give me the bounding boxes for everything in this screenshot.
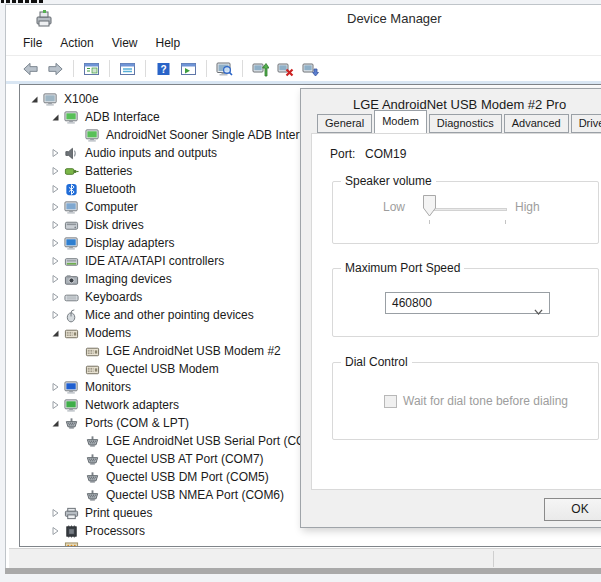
tree-item-label: Quectel USB Modem [106,362,219,376]
update-driver-icon[interactable] [251,60,270,78]
tree-item-label: Ports (COM & LPT) [85,416,189,430]
expand-arrow-icon[interactable] [50,165,64,177]
menu-help[interactable]: Help [147,32,190,55]
ide-icon [64,254,80,269]
expand-arrow-icon[interactable] [50,147,64,159]
toolbar: ?> [6,56,601,81]
dial-control-group: Dial Control Wait for dial tone before d… [332,362,599,440]
wait-for-dial-tone-checkbox[interactable] [384,395,397,408]
tree-item-label: Keyboards [85,290,142,304]
tree-spacer [71,435,85,447]
slider-tick [505,220,506,224]
port-icon [64,416,80,431]
expand-arrow-icon[interactable] [50,291,64,303]
tab-advanced[interactable]: Advanced [504,114,569,133]
computer-blue-icon [64,200,80,215]
menu-view[interactable]: View [103,32,147,55]
tree-item-label: Print queues [85,506,152,520]
tree-item-label: Network adapters [85,398,179,412]
modem-properties-dialog: LGE AndroidNet USB Modem #2 Pro GeneralM… [300,88,601,528]
tree-spacer [71,489,85,501]
tree-item-label: Modems [85,326,131,340]
menu-action[interactable]: Action [51,32,102,55]
tab-diagnostics[interactable]: Diagnostics [429,114,502,133]
uninstall-icon[interactable] [276,60,295,78]
disable-icon[interactable] [301,60,320,78]
svg-text:?: ? [160,64,166,75]
tree-item-label: Imaging devices [85,272,172,286]
tree-item-label: ADB Interface [85,110,160,124]
port-icon [85,470,101,485]
expand-arrow-icon[interactable] [50,273,64,285]
adb-icon [64,110,80,125]
tree-item-label: Audio inputs and outputs [85,146,217,160]
action-pane-icon[interactable] [179,60,198,78]
expand-arrow-icon[interactable] [50,201,64,213]
scan-hardware-changes-icon[interactable]: > [215,60,234,78]
tree-item-label: AndroidNet Sooner Single ADB Interfa [106,128,309,142]
imaging-icon [64,272,80,287]
collapse-arrow-icon[interactable] [50,111,64,123]
tab-driver[interactable]: Driver [571,114,601,133]
back-icon[interactable] [21,60,40,78]
expand-arrow-icon[interactable] [50,381,64,393]
modem-icon [85,344,101,359]
speaker-volume-group-label: Speaker volume [341,174,436,188]
tree-item-label: Monitors [85,380,131,394]
expand-arrow-icon[interactable] [50,183,64,195]
expand-arrow-icon[interactable] [50,525,64,537]
menu-file[interactable]: File [14,32,51,55]
collapse-arrow-icon[interactable] [29,93,43,105]
expand-arrow-icon[interactable] [50,255,64,267]
tab-general[interactable]: General [317,114,372,133]
speaker-volume-slider-thumb[interactable] [423,195,436,217]
maximum-port-speed-group: Maximum Port Speed 460800 [332,268,599,337]
tree-item[interactable] [20,540,601,547]
tree-item-label: Disk drives [85,218,144,232]
expand-arrow-icon[interactable] [50,507,64,519]
tab-modem[interactable]: Modem [374,110,427,133]
keyboard-icon [64,290,80,305]
speaker-volume-group: Speaker volume Low High [332,181,599,244]
collapse-arrow-icon[interactable] [50,327,64,339]
expand-arrow-icon[interactable] [50,399,64,411]
tree-item-label: Bluetooth [85,182,136,196]
slider-high-label: High [515,200,540,214]
battery-icon [64,164,80,179]
pins-icon [64,542,80,548]
title-bar: Device Manager [6,5,601,32]
modem-icon [64,326,80,341]
device-manager-icon [32,8,54,30]
port-value: COM19 [365,147,406,161]
expand-arrow-icon[interactable] [50,309,64,321]
audio-icon [64,146,80,161]
port-icon [85,434,101,449]
maximum-port-speed-group-label: Maximum Port Speed [341,261,464,275]
port-label: Port: [330,147,355,161]
ok-button[interactable]: OK [544,498,601,521]
dialog-tab-strip: GeneralModemDiagnosticsAdvancedDriverDe [317,111,601,133]
tree-spacer [71,471,85,483]
toolbar-separator [109,60,110,77]
toolbar-separator [242,60,243,77]
tree-spacer [71,129,85,141]
mouse-icon [64,308,80,323]
tree-item-label: LGE AndroidNet USB Modem #2 [106,344,281,358]
printer-icon [64,506,80,521]
help-icon[interactable]: ? [154,60,173,78]
expand-arrow-icon[interactable] [50,237,64,249]
speaker-volume-slider-track[interactable] [427,208,507,211]
expand-arrow-icon[interactable] [50,219,64,231]
chevron-down-icon [534,301,543,307]
wait-for-dial-tone-label: Wait for dial tone before dialing [403,394,568,408]
properties-icon[interactable] [118,60,137,78]
collapse-arrow-icon[interactable] [50,417,64,429]
tree-item-label: Batteries [85,164,132,178]
tree-item-label: Processors [85,524,145,538]
port-speed-select[interactable]: 460800 [385,292,550,314]
port-icon [85,452,101,467]
tree-item-label: Quectel USB AT Port (COM7) [106,452,264,466]
console-tree-icon[interactable] [82,60,101,78]
forward-icon[interactable] [46,60,65,78]
tree-item-label: Quectel USB DM Port (COM5) [106,470,269,484]
